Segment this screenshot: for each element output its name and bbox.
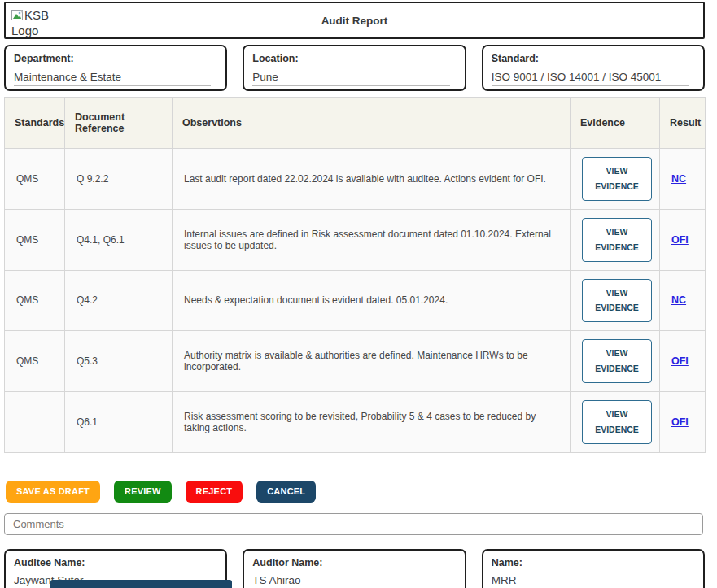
doc-ref-cell: Q4.2 xyxy=(65,270,173,331)
col-header-observations: Observtions xyxy=(173,98,571,149)
result-cell: OFI xyxy=(660,331,706,392)
location-box: Location: Pune xyxy=(243,45,466,91)
doc-ref-cell: Q5.3 xyxy=(65,331,173,392)
department-box: Department: Maintenance & Estate xyxy=(4,45,227,91)
review-button[interactable]: REVIEW xyxy=(114,481,172,503)
table-header-row: Standards Document Reference Observtions… xyxy=(5,98,706,149)
comments-input[interactable] xyxy=(4,513,703,535)
reject-button[interactable]: REJECT xyxy=(186,481,243,503)
table-row: QMS Q5.3 Authority matrix is available &… xyxy=(5,331,706,392)
col-header-result: Result xyxy=(660,98,706,149)
result-link[interactable]: OFI xyxy=(671,355,689,367)
view-evidence-button[interactable]: VIEW EVIDENCE xyxy=(582,279,652,323)
table-row: QMS Q4.1, Q6.1 Internal issues are defin… xyxy=(5,209,706,270)
evidence-cell: VIEW EVIDENCE xyxy=(571,209,660,270)
evidence-cell: VIEW EVIDENCE xyxy=(571,149,660,210)
result-link[interactable]: OFI xyxy=(671,234,689,246)
actions-row: SAVE AS DRAFT REVIEW REJECT CANCEL xyxy=(6,481,705,503)
standard-label: Standard: xyxy=(492,53,693,64)
standard-cell: QMS xyxy=(5,209,65,270)
view-evidence-button[interactable]: VIEW EVIDENCE xyxy=(582,400,652,444)
table-row: QMS Q 9.2.2 Last audit report dated 22.0… xyxy=(5,149,706,210)
col-header-doc-reference: Document Reference xyxy=(65,98,173,149)
result-link[interactable]: OFI xyxy=(671,416,689,428)
view-evidence-button[interactable]: VIEW EVIDENCE xyxy=(582,218,652,262)
info-fields-row: Department: Maintenance & Estate Locatio… xyxy=(4,45,705,91)
name-label: Name: xyxy=(492,557,693,568)
result-link[interactable]: NC xyxy=(671,294,686,306)
evidence-cell: VIEW EVIDENCE xyxy=(571,270,660,331)
result-cell: NC xyxy=(660,149,706,210)
standard-box: Standard: ISO 9001 / ISO 14001 / ISO 450… xyxy=(482,45,705,91)
standard-cell: QMS xyxy=(5,149,65,210)
auditee-name-label: Auditee Name: xyxy=(14,557,216,568)
col-header-standards: Standards xyxy=(5,98,65,149)
standard-cell xyxy=(5,392,65,453)
report-header: KSB Logo Audit Report xyxy=(4,2,705,39)
result-cell: OFI xyxy=(660,209,706,270)
table-row: Q6.1 Risk assessment scoring to be revis… xyxy=(5,392,706,453)
observation-cell: Risk assessment scoring to be revisited,… xyxy=(173,392,571,453)
partial-footer-bar xyxy=(50,580,232,588)
department-field[interactable]: Maintenance & Estate xyxy=(14,71,211,86)
mrr-box: Name: MRR . xyxy=(482,549,705,588)
doc-ref-cell: Q 9.2.2 xyxy=(65,149,173,210)
audit-report-page: KSB Logo Audit Report Department: Mainte… xyxy=(0,0,717,588)
view-evidence-button[interactable]: VIEW EVIDENCE xyxy=(582,339,652,383)
observation-cell: Authority matrix is available & authorit… xyxy=(173,331,571,392)
standard-field[interactable]: ISO 9001 / ISO 14001 / ISO 45001 xyxy=(492,71,689,86)
cancel-button[interactable]: CANCEL xyxy=(256,481,316,503)
evidence-cell: VIEW EVIDENCE xyxy=(571,392,660,453)
auditor-name-field[interactable]: TS Ahirao xyxy=(252,574,449,588)
doc-ref-cell: Q4.1, Q6.1 xyxy=(65,209,173,270)
col-header-evidence: Evidence xyxy=(571,98,660,149)
location-label: Location: xyxy=(252,53,454,64)
result-cell: OFI xyxy=(660,392,706,453)
observation-cell: Needs & expectation document is evident … xyxy=(173,270,571,331)
save-as-draft-button[interactable]: SAVE AS DRAFT xyxy=(6,481,100,503)
observation-cell: Last audit report dated 22.02.2024 is av… xyxy=(173,149,571,210)
page-title: Audit Report xyxy=(6,3,703,39)
audit-findings-table: Standards Document Reference Observtions… xyxy=(4,97,706,453)
standard-cell: QMS xyxy=(5,270,65,331)
location-field[interactable]: Pune xyxy=(252,71,449,86)
name-field[interactable]: MRR xyxy=(492,574,689,588)
doc-ref-cell: Q6.1 xyxy=(65,392,173,453)
table-row: QMS Q4.2 Needs & expectation document is… xyxy=(5,270,706,331)
evidence-cell: VIEW EVIDENCE xyxy=(571,331,660,392)
view-evidence-button[interactable]: VIEW EVIDENCE xyxy=(582,157,652,201)
result-link[interactable]: NC xyxy=(671,173,686,185)
standard-cell: QMS xyxy=(5,331,65,392)
auditor-box: Auditor Name: TS Ahirao 17.10.2024 xyxy=(243,549,466,588)
result-cell: NC xyxy=(660,270,706,331)
auditor-name-label: Auditor Name: xyxy=(252,557,454,568)
observation-cell: Internal issues are defined in Risk asse… xyxy=(173,209,571,270)
department-label: Department: xyxy=(14,53,216,64)
